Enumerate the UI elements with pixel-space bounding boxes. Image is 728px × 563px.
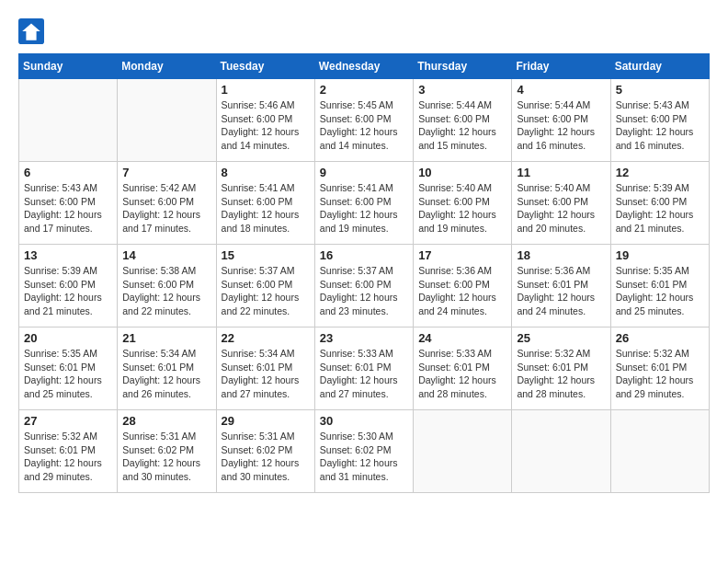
- calendar-cell: 2Sunrise: 5:45 AM Sunset: 6:00 PM Daylig…: [314, 79, 413, 162]
- day-detail: Sunrise: 5:44 AM Sunset: 6:00 PM Dayligh…: [418, 98, 506, 153]
- day-number: 13: [24, 248, 112, 262]
- calendar-cell: 7Sunrise: 5:42 AM Sunset: 6:00 PM Daylig…: [118, 162, 216, 245]
- calendar-cell: [19, 79, 118, 162]
- calendar-cell: 16Sunrise: 5:37 AM Sunset: 6:00 PM Dayli…: [314, 245, 413, 327]
- calendar-cell: 26Sunrise: 5:32 AM Sunset: 6:01 PM Dayli…: [610, 327, 709, 410]
- day-number: 4: [517, 83, 605, 97]
- day-detail: Sunrise: 5:41 AM Sunset: 6:00 PM Dayligh…: [222, 181, 310, 236]
- day-detail: Sunrise: 5:34 AM Sunset: 6:01 PM Dayligh…: [222, 347, 310, 401]
- day-number: 8: [222, 166, 310, 179]
- calendar-cell: 12Sunrise: 5:39 AM Sunset: 6:00 PM Dayli…: [610, 162, 709, 245]
- day-number: 5: [616, 83, 704, 97]
- day-detail: Sunrise: 5:36 AM Sunset: 6:01 PM Dayligh…: [517, 264, 605, 318]
- day-number: 15: [222, 248, 310, 262]
- day-detail: Sunrise: 5:44 AM Sunset: 6:00 PM Dayligh…: [517, 98, 605, 153]
- day-number: 17: [418, 248, 506, 262]
- day-detail: Sunrise: 5:35 AM Sunset: 6:01 PM Dayligh…: [616, 264, 704, 318]
- calendar-table: SundayMondayTuesdayWednesdayThursdayFrid…: [18, 53, 710, 493]
- day-number: 19: [616, 248, 704, 262]
- day-detail: Sunrise: 5:43 AM Sunset: 6:00 PM Dayligh…: [24, 181, 112, 236]
- week-row-4: 20Sunrise: 5:35 AM Sunset: 6:01 PM Dayli…: [19, 327, 710, 410]
- day-number: 18: [517, 248, 605, 262]
- week-row-1: 1Sunrise: 5:46 AM Sunset: 6:00 PM Daylig…: [19, 79, 710, 162]
- day-number: 1: [222, 83, 310, 97]
- weekday-header-monday: Monday: [118, 54, 216, 79]
- day-detail: Sunrise: 5:32 AM Sunset: 6:01 PM Dayligh…: [517, 347, 605, 401]
- weekday-header-tuesday: Tuesday: [216, 54, 314, 79]
- weekday-header-row: SundayMondayTuesdayWednesdayThursdayFrid…: [19, 54, 710, 79]
- week-row-5: 27Sunrise: 5:32 AM Sunset: 6:01 PM Dayli…: [19, 410, 710, 493]
- calendar-cell: [512, 410, 610, 493]
- calendar-cell: 13Sunrise: 5:39 AM Sunset: 6:00 PM Dayli…: [19, 245, 118, 327]
- day-detail: Sunrise: 5:36 AM Sunset: 6:00 PM Dayligh…: [418, 264, 506, 318]
- day-detail: Sunrise: 5:42 AM Sunset: 6:00 PM Dayligh…: [122, 181, 210, 236]
- calendar-cell: 20Sunrise: 5:35 AM Sunset: 6:01 PM Dayli…: [19, 327, 118, 410]
- day-number: 21: [122, 331, 210, 345]
- day-detail: Sunrise: 5:40 AM Sunset: 6:00 PM Dayligh…: [517, 181, 605, 236]
- logo: [18, 18, 48, 44]
- day-detail: Sunrise: 5:32 AM Sunset: 6:01 PM Dayligh…: [616, 347, 704, 401]
- day-number: 27: [24, 414, 112, 428]
- weekday-header-saturday: Saturday: [610, 54, 709, 79]
- day-number: 28: [122, 414, 210, 428]
- calendar-cell: 25Sunrise: 5:32 AM Sunset: 6:01 PM Dayli…: [512, 327, 610, 410]
- day-number: 24: [418, 331, 506, 345]
- calendar-cell: [610, 410, 709, 493]
- day-detail: Sunrise: 5:38 AM Sunset: 6:00 PM Dayligh…: [122, 264, 210, 318]
- day-number: 29: [222, 414, 310, 428]
- day-number: 25: [517, 331, 605, 345]
- day-detail: Sunrise: 5:31 AM Sunset: 6:02 PM Dayligh…: [222, 430, 310, 484]
- calendar-cell: 9Sunrise: 5:41 AM Sunset: 6:00 PM Daylig…: [314, 162, 413, 245]
- calendar-cell: 23Sunrise: 5:33 AM Sunset: 6:01 PM Dayli…: [314, 327, 413, 410]
- day-number: 2: [320, 83, 408, 97]
- day-detail: Sunrise: 5:37 AM Sunset: 6:00 PM Dayligh…: [320, 264, 408, 318]
- calendar-cell: 21Sunrise: 5:34 AM Sunset: 6:01 PM Dayli…: [118, 327, 216, 410]
- day-detail: Sunrise: 5:40 AM Sunset: 6:00 PM Dayligh…: [418, 181, 506, 236]
- calendar-cell: 18Sunrise: 5:36 AM Sunset: 6:01 PM Dayli…: [512, 245, 610, 327]
- logo-icon: [18, 18, 44, 44]
- calendar-cell: 17Sunrise: 5:36 AM Sunset: 6:00 PM Dayli…: [414, 245, 512, 327]
- calendar-cell: [118, 79, 216, 162]
- day-detail: Sunrise: 5:33 AM Sunset: 6:01 PM Dayligh…: [320, 347, 408, 401]
- calendar-cell: [414, 410, 512, 493]
- day-detail: Sunrise: 5:45 AM Sunset: 6:00 PM Dayligh…: [320, 98, 408, 153]
- weekday-header-sunday: Sunday: [19, 54, 118, 79]
- day-detail: Sunrise: 5:39 AM Sunset: 6:00 PM Dayligh…: [24, 264, 112, 318]
- day-number: 26: [616, 331, 704, 345]
- day-number: 3: [418, 83, 506, 97]
- day-detail: Sunrise: 5:37 AM Sunset: 6:00 PM Dayligh…: [222, 264, 310, 318]
- day-detail: Sunrise: 5:34 AM Sunset: 6:01 PM Dayligh…: [122, 347, 210, 401]
- week-row-3: 13Sunrise: 5:39 AM Sunset: 6:00 PM Dayli…: [19, 245, 710, 327]
- day-number: 12: [616, 166, 704, 179]
- calendar-cell: 1Sunrise: 5:46 AM Sunset: 6:00 PM Daylig…: [216, 79, 314, 162]
- week-row-2: 6Sunrise: 5:43 AM Sunset: 6:00 PM Daylig…: [19, 162, 710, 245]
- day-number: 20: [24, 331, 112, 345]
- calendar-cell: 22Sunrise: 5:34 AM Sunset: 6:01 PM Dayli…: [216, 327, 314, 410]
- calendar-cell: 4Sunrise: 5:44 AM Sunset: 6:00 PM Daylig…: [512, 79, 610, 162]
- calendar-cell: 19Sunrise: 5:35 AM Sunset: 6:01 PM Dayli…: [610, 245, 709, 327]
- day-detail: Sunrise: 5:32 AM Sunset: 6:01 PM Dayligh…: [24, 430, 112, 484]
- day-number: 30: [320, 414, 408, 428]
- weekday-header-friday: Friday: [512, 54, 610, 79]
- day-number: 11: [517, 166, 605, 179]
- calendar-cell: 11Sunrise: 5:40 AM Sunset: 6:00 PM Dayli…: [512, 162, 610, 245]
- day-number: 6: [24, 166, 112, 179]
- page-header: [18, 18, 710, 44]
- day-detail: Sunrise: 5:35 AM Sunset: 6:01 PM Dayligh…: [24, 347, 112, 401]
- weekday-header-wednesday: Wednesday: [314, 54, 413, 79]
- day-detail: Sunrise: 5:46 AM Sunset: 6:00 PM Dayligh…: [222, 98, 310, 153]
- calendar-cell: 5Sunrise: 5:43 AM Sunset: 6:00 PM Daylig…: [610, 79, 709, 162]
- day-detail: Sunrise: 5:31 AM Sunset: 6:02 PM Dayligh…: [122, 430, 210, 484]
- day-number: 14: [122, 248, 210, 262]
- calendar-cell: 15Sunrise: 5:37 AM Sunset: 6:00 PM Dayli…: [216, 245, 314, 327]
- day-number: 23: [320, 331, 408, 345]
- calendar-cell: 29Sunrise: 5:31 AM Sunset: 6:02 PM Dayli…: [216, 410, 314, 493]
- calendar-cell: 10Sunrise: 5:40 AM Sunset: 6:00 PM Dayli…: [414, 162, 512, 245]
- day-number: 7: [122, 166, 210, 179]
- day-detail: Sunrise: 5:39 AM Sunset: 6:00 PM Dayligh…: [616, 181, 704, 236]
- day-detail: Sunrise: 5:30 AM Sunset: 6:02 PM Dayligh…: [320, 430, 408, 484]
- day-number: 10: [418, 166, 506, 179]
- day-number: 9: [320, 166, 408, 179]
- calendar-cell: 3Sunrise: 5:44 AM Sunset: 6:00 PM Daylig…: [414, 79, 512, 162]
- calendar-cell: 14Sunrise: 5:38 AM Sunset: 6:00 PM Dayli…: [118, 245, 216, 327]
